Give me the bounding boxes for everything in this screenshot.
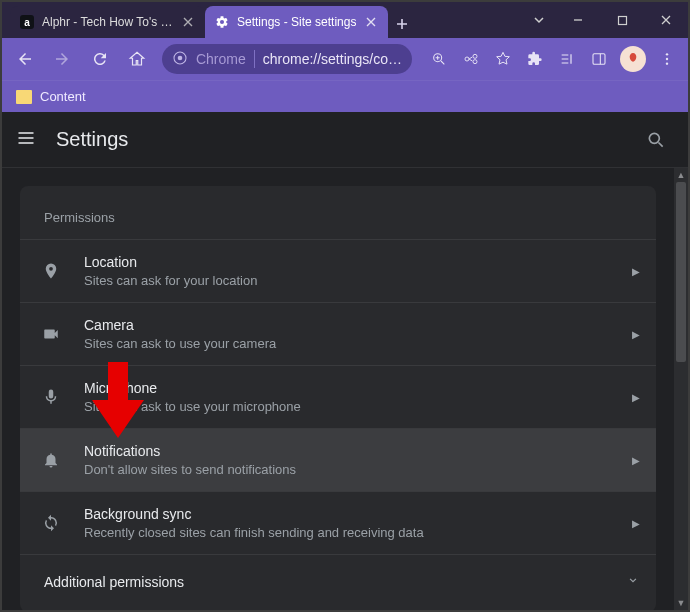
camera-icon (40, 325, 62, 343)
svg-point-7 (666, 62, 668, 64)
maximize-button[interactable] (600, 2, 644, 38)
bell-icon (40, 451, 62, 469)
permission-row-camera[interactable]: Camera Sites can ask to use your camera … (20, 302, 656, 365)
gear-icon (215, 15, 229, 29)
sync-icon (40, 514, 62, 532)
close-window-button[interactable] (644, 2, 688, 38)
section-label: Permissions (20, 186, 656, 239)
permission-desc: Sites can ask for your location (84, 273, 610, 288)
permission-desc: Don't allow sites to send notifications (84, 462, 610, 477)
new-tab-button[interactable] (388, 10, 416, 38)
mic-icon (40, 388, 62, 406)
svg-point-5 (666, 53, 668, 55)
bookmark-item-content[interactable]: Content (40, 89, 86, 104)
additional-permissions-row[interactable]: Additional permissions (20, 554, 656, 608)
tab-title: Alphr - Tech How To's & G (42, 15, 173, 29)
folder-icon (16, 90, 32, 104)
scheme-label: Chrome (196, 51, 246, 67)
permission-row-microphone[interactable]: Microphone Sites can ask to use your mic… (20, 365, 656, 428)
window-controls (522, 2, 688, 38)
settings-header: Settings (2, 112, 688, 168)
share-icon[interactable] (456, 42, 486, 76)
chevron-right-icon: ▶ (632, 455, 640, 466)
permission-title: Notifications (84, 443, 610, 459)
svg-point-2 (178, 55, 183, 60)
permission-title: Camera (84, 317, 610, 333)
chevron-right-icon: ▶ (632, 329, 640, 340)
close-icon[interactable] (181, 15, 195, 29)
bookmark-star-icon[interactable] (488, 42, 518, 76)
chevron-right-icon: ▶ (632, 392, 640, 403)
menu-icon[interactable] (16, 128, 36, 152)
kebab-menu-icon[interactable] (652, 42, 682, 76)
chevron-right-icon: ▶ (632, 266, 640, 277)
close-icon[interactable] (364, 15, 378, 29)
window-titlebar: a Alphr - Tech How To's & G Settings - S… (2, 2, 688, 38)
tab-title: Settings - Site settings (237, 15, 356, 29)
permission-desc: Sites can ask to use your camera (84, 336, 610, 351)
reading-list-icon[interactable] (552, 42, 582, 76)
forward-button[interactable] (45, 42, 78, 76)
chevron-right-icon: ▶ (632, 518, 640, 529)
browser-toolbar: Chrome chrome://settings/co… (2, 38, 688, 80)
permission-title: Microphone (84, 380, 610, 396)
svg-rect-4 (593, 54, 605, 65)
side-panel-icon[interactable] (584, 42, 614, 76)
minimize-button[interactable] (556, 2, 600, 38)
permission-title: Location (84, 254, 610, 270)
browser-tab-active[interactable]: Settings - Site settings (205, 6, 388, 38)
additional-permissions-label: Additional permissions (44, 574, 184, 590)
vertical-scrollbar[interactable]: ▲ ▼ (674, 168, 688, 610)
permission-desc: Recently closed sites can finish sending… (84, 525, 610, 540)
scroll-down-icon[interactable]: ▼ (674, 596, 688, 610)
extensions-icon[interactable] (520, 42, 550, 76)
permission-row-location[interactable]: Location Sites can ask for your location… (20, 239, 656, 302)
scroll-up-icon[interactable]: ▲ (674, 168, 688, 182)
search-icon[interactable] (638, 122, 674, 158)
permission-row-background-sync[interactable]: Background sync Recently closed sites ca… (20, 491, 656, 554)
alphr-favicon: a (20, 15, 34, 29)
chrome-logo-icon (172, 50, 188, 69)
location-icon (40, 262, 62, 280)
permission-desc: Sites can ask to use your microphone (84, 399, 610, 414)
permissions-panel: Permissions Location Sites can ask for y… (20, 186, 656, 610)
zoom-icon[interactable] (424, 42, 454, 76)
permission-row-notifications[interactable]: Notifications Don't allow sites to send … (20, 428, 656, 491)
address-bar[interactable]: Chrome chrome://settings/co… (162, 44, 412, 74)
scrollbar-thumb[interactable] (676, 182, 686, 362)
bookmarks-bar: Content (2, 80, 688, 112)
settings-content: Permissions Location Sites can ask for y… (2, 168, 688, 610)
back-button[interactable] (8, 42, 41, 76)
home-button[interactable] (120, 42, 153, 76)
svg-rect-0 (618, 16, 626, 24)
permission-title: Background sync (84, 506, 610, 522)
browser-tab-inactive[interactable]: a Alphr - Tech How To's & G (10, 6, 205, 38)
page-title: Settings (56, 128, 128, 151)
url-text: chrome://settings/co… (263, 51, 402, 67)
tabstrip-dropdown-icon[interactable] (522, 2, 556, 38)
profile-avatar[interactable] (616, 42, 650, 76)
reload-button[interactable] (83, 42, 116, 76)
svg-point-8 (649, 133, 659, 143)
chevron-down-icon (626, 573, 640, 590)
svg-point-6 (666, 58, 668, 60)
divider (254, 50, 255, 68)
